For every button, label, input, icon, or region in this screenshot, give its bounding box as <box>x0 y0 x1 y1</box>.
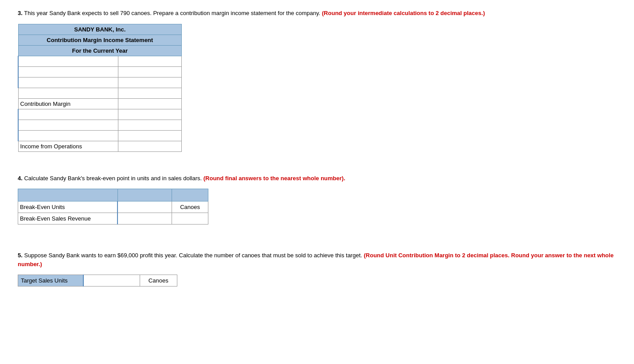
table-row: Income from Operations <box>18 141 182 151</box>
ts-value-input[interactable] <box>86 278 137 284</box>
q3-text: 3. This year Sandy Bank expects to sell … <box>18 9 616 18</box>
cm-row8-value-input[interactable] <box>120 133 180 139</box>
table-row <box>18 56 182 66</box>
q3-description: This year Sandy Bank expects to sell 790… <box>24 10 320 16</box>
table-row <box>18 130 182 141</box>
cm-row8-label-cell <box>18 130 118 141</box>
cm-row1-value-cell <box>118 56 181 66</box>
cm-row1-label-input[interactable] <box>20 58 116 65</box>
cm-row4-label-cell <box>18 88 118 98</box>
table-row <box>18 109 182 120</box>
cm-income-operations-value-cell <box>118 141 181 151</box>
be-revenue-unit <box>172 213 208 225</box>
cm-row7-label-cell <box>18 120 118 130</box>
cm-row6-value-input[interactable] <box>120 112 180 118</box>
cm-row7-value-cell <box>118 120 181 130</box>
table-row <box>18 77 182 88</box>
q4-instruction: (Round final answers to the nearest whol… <box>204 175 345 182</box>
be-units-input[interactable] <box>120 204 170 210</box>
target-sales-table: Target Sales Units Canoes <box>18 275 177 287</box>
ts-unit: Canoes <box>140 275 177 287</box>
ts-label: Target Sales Units <box>18 275 84 287</box>
cm-row2-label-input[interactable] <box>20 69 116 75</box>
q5-number: 5. <box>18 252 23 259</box>
cm-contribution-margin-value-cell <box>118 98 181 109</box>
table-row: Contribution Margin <box>18 98 182 109</box>
cm-row2-label-cell <box>18 66 118 77</box>
q4-text: 4. Calculate Sandy Bank's break-even poi… <box>18 174 616 183</box>
cm-row2-value-cell <box>118 66 181 77</box>
q5-description: Suppose Sandy Bank wants to earn $69,000… <box>24 252 362 259</box>
question-5: 5. Suppose Sandy Bank wants to earn $69,… <box>18 251 616 287</box>
cm-row3-value-cell <box>118 77 181 88</box>
ts-value-cell <box>83 275 140 287</box>
cm-row4-value-input[interactable] <box>120 90 180 97</box>
cm-row6-label-input[interactable] <box>20 112 116 118</box>
be-header-value <box>117 189 172 201</box>
be-units-row: Break-Even Units Canoes <box>18 201 208 213</box>
cm-row8-label-input[interactable] <box>20 133 116 139</box>
q3-number: 3. <box>18 10 23 16</box>
cm-header-row-2: Contribution Margin Income Statement <box>18 35 182 45</box>
cm-row3-value-input[interactable] <box>120 80 180 86</box>
cm-row1-value-input[interactable] <box>120 58 180 65</box>
cm-header-row-3: For the Current Year <box>18 45 182 56</box>
cm-header-row-1: SANDY BANK, Inc. <box>18 24 182 35</box>
cm-row3-label-cell <box>18 77 118 88</box>
cm-row7-label-input[interactable] <box>20 122 116 128</box>
be-header-row <box>18 189 208 201</box>
question-3: 3. This year Sandy Bank expects to sell … <box>18 9 616 152</box>
q4-number: 4. <box>18 175 23 182</box>
q5-text: 5. Suppose Sandy Bank wants to earn $69,… <box>18 251 616 268</box>
cm-row2-value-input[interactable] <box>120 69 180 75</box>
q3-instruction: (Round your intermediate calculations to… <box>322 10 485 16</box>
be-revenue-label: Break-Even Sales Revenue <box>18 213 118 225</box>
q4-description: Calculate Sandy Bank's break-even point … <box>24 175 202 182</box>
question-4: 4. Calculate Sandy Bank's break-even poi… <box>18 174 616 225</box>
cm-row4-value-cell <box>118 88 181 98</box>
be-units-unit: Canoes <box>172 201 208 213</box>
cm-row3-label-input[interactable] <box>20 80 116 86</box>
ts-row: Target Sales Units Canoes <box>18 275 177 287</box>
cm-row6-value-cell <box>118 109 181 120</box>
q5-instruction1: (Round Unit Contribution Margin to 2 dec… <box>364 252 510 259</box>
be-header-unit <box>172 189 208 201</box>
cm-header-company: SANDY BANK, Inc. <box>18 24 182 35</box>
cm-income-operations-value-input[interactable] <box>120 143 180 150</box>
cm-row7-value-input[interactable] <box>120 122 180 128</box>
cm-income-statement-table: SANDY BANK, Inc. Contribution Margin Inc… <box>18 24 182 152</box>
table-row <box>18 88 182 98</box>
cm-row1-label-cell <box>18 56 118 66</box>
be-revenue-value-cell <box>117 213 172 225</box>
table-row <box>18 120 182 130</box>
cm-contribution-margin-value-input[interactable] <box>120 101 180 107</box>
be-revenue-row: Break-Even Sales Revenue <box>18 213 208 225</box>
cm-header-period: For the Current Year <box>18 45 182 56</box>
cm-row8-value-cell <box>118 130 181 141</box>
cm-income-operations-label: Income from Operations <box>18 141 118 151</box>
be-header-label <box>18 189 118 201</box>
cm-contribution-margin-label: Contribution Margin <box>18 98 118 109</box>
be-revenue-input[interactable] <box>120 216 170 222</box>
cm-header-title: Contribution Margin Income Statement <box>18 35 182 45</box>
table-row <box>18 66 182 77</box>
be-units-value-cell <box>117 201 172 213</box>
break-even-table: Break-Even Units Canoes Break-Even Sales… <box>18 189 208 225</box>
cm-row6-label-cell <box>18 109 118 120</box>
be-units-label: Break-Even Units <box>18 201 118 213</box>
